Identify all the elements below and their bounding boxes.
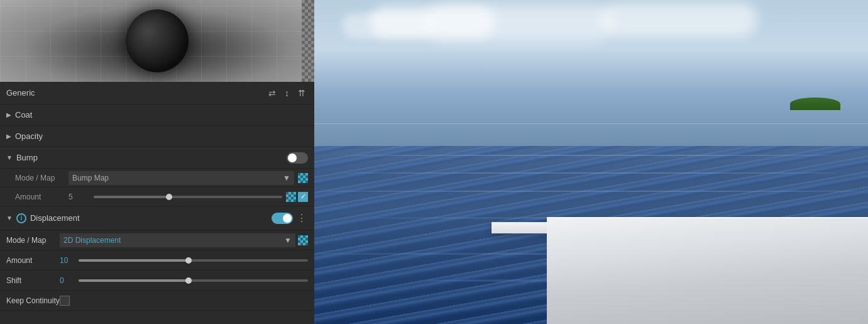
displacement-shift-slider-thumb [185,277,192,284]
panel-title: Generic [6,88,35,98]
displacement-mode-dropdown-container: 2D Displacement ▼ [60,233,308,247]
displacement-controls: ⋮ [272,211,308,225]
displacement-toggle-knob [283,214,292,223]
wave-1 [342,155,840,156]
bump-mode-value: Bump Map [72,174,109,182]
expand-icon[interactable]: ↕ [282,87,292,99]
bump-amount-icons: ✓ [286,192,308,202]
displacement-shift-label: Shift [6,276,60,285]
material-preview [0,0,314,82]
displacement-amount-value: 10 [60,256,79,265]
checkerboard-corner [302,0,314,82]
displacement-shift-slider-fill [79,279,189,282]
wave-3 [314,191,868,192]
bump-amount-slider-thumb [166,194,172,200]
opacity-arrow: ▶ [6,133,11,140]
bump-mode-map-row: Mode / Map Bump Map ▼ [0,169,314,187]
bump-mode-label: Mode / Map [15,174,69,182]
bump-amount-slider-track [94,196,282,198]
viewport [314,0,868,324]
bump-arrow: ▼ [6,154,13,161]
filter-icon[interactable]: ⇄ [266,87,278,99]
displacement-menu-icon[interactable]: ⋮ [295,211,308,225]
opacity-label: Opacity [15,131,43,141]
bump-toggle-knob [288,154,297,162]
horizon-line [314,123,868,124]
cloud-3 [342,13,436,38]
displacement-keep-continuity-label: Keep Continuity [6,296,60,305]
platform-side [547,217,868,324]
bump-amount-check-icon[interactable]: ✓ [298,192,308,202]
bump-section-header[interactable]: ▼ Bump [0,147,314,169]
displacement-amount-slider-fill [79,259,189,262]
coat-label: Coat [15,110,32,120]
panel-header: Generic ⇄ ↕ ⇈ [0,82,314,104]
cloud-4 [600,3,757,37]
bump-amount-value: 5 [69,193,94,201]
bump-amount-slider[interactable] [94,196,282,198]
displacement-shift-slider[interactable] [79,279,308,282]
displacement-toggle[interactable] [272,213,293,224]
island [790,98,840,110]
displacement-amount-slider[interactable] [79,259,308,262]
displacement-shift-value: 0 [60,276,79,285]
displacement-amount-label: Amount [6,256,60,265]
bump-toggle-area [287,152,308,164]
bump-mode-arrow: ▼ [283,174,290,182]
displacement-arrow: ▼ [6,215,13,221]
displacement-mode-arrow: ▼ [284,236,292,245]
displacement-amount-row: Amount 10 [0,250,314,271]
displacement-keep-continuity-row: Keep Continuity [0,291,314,311]
bump-amount-label: Amount [15,193,69,201]
bump-mode-dropdown[interactable]: Bump Map ▼ [69,171,294,185]
coat-arrow: ▶ [6,111,11,118]
displacement-mode-value: 2D Displacement [63,236,121,245]
bump-amount-checker-icon[interactable] [286,192,296,202]
platform-edge [547,217,868,218]
bump-label: Bump [16,153,38,162]
bump-amount-slider-fill [94,196,169,198]
displacement-keep-continuity-checkbox[interactable] [60,296,70,306]
bump-mode-icons [298,173,308,183]
sky-area [314,0,868,130]
displacement-header[interactable]: ▼ i Displacement ⋮ [0,206,314,230]
displacement-mode-dropdown[interactable]: 2D Displacement ▼ [60,233,295,247]
displacement-info-icon: i [16,213,26,223]
collapse-icon[interactable]: ⇈ [295,87,308,99]
coat-section-header[interactable]: ▶ Coat [0,104,314,126]
panel-icons: ⇄ ↕ ⇈ [266,87,308,99]
displacement-label: Displacement [30,213,80,223]
preview-object [126,9,189,72]
displacement-mode-row: Mode / Map 2D Displacement ▼ [0,230,314,250]
cloud-2 [425,4,613,42]
displacement-amount-slider-thumb [185,257,192,264]
displacement-section: ▼ i Displacement ⋮ Mode / Map 2D Displac… [0,206,314,311]
left-panel: Generic ⇄ ↕ ⇈ ▶ Coat ▶ Opacity ▼ Bump Mo… [0,0,314,324]
displacement-shift-row: Shift 0 [0,271,314,291]
bump-amount-row: Amount 5 ✓ [0,187,314,206]
bump-section: ▼ Bump Mode / Map Bump Map ▼ Amount 5 [0,147,314,206]
displacement-mode-label: Mode / Map [6,236,60,245]
opacity-section-header[interactable]: ▶ Opacity [0,126,314,147]
bump-toggle[interactable] [287,152,308,164]
bump-mode-checker-icon[interactable] [298,173,308,183]
displacement-mode-checker-icon[interactable] [298,235,308,245]
